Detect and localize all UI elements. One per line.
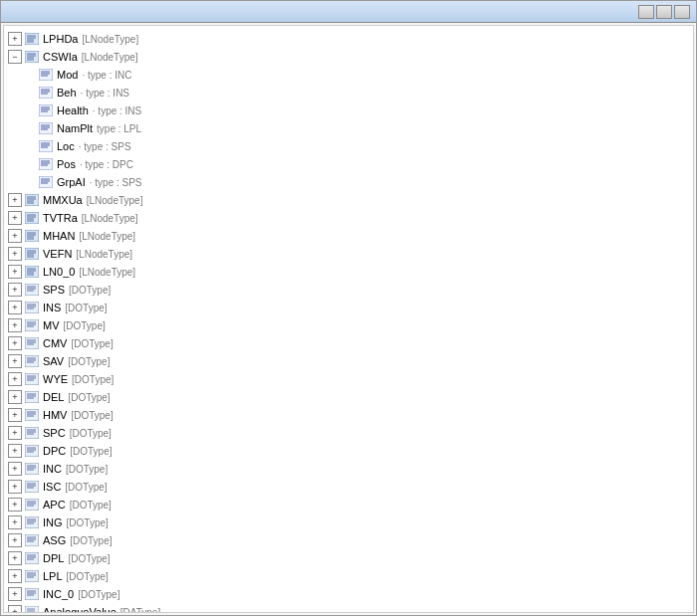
svg-rect-123 [25, 552, 39, 564]
tree-item-ins[interactable]: + INS [DOType] [4, 299, 693, 316]
expander-cmv[interactable]: + [8, 336, 22, 350]
svg-rect-119 [25, 534, 39, 546]
expander-isc[interactable]: + [8, 480, 22, 494]
expander-ing[interactable]: + [8, 515, 22, 529]
tree-item-loc[interactable]: Loc · type : SPS [4, 137, 693, 155]
restore-button[interactable] [656, 5, 672, 19]
expander-sps[interactable]: + [8, 283, 22, 297]
item-label-wye: WYE [43, 373, 68, 385]
tree-item-wye[interactable]: + WYE [DOType] [4, 370, 693, 388]
expander-sav[interactable]: + [8, 354, 22, 368]
icon-dotype-isc [24, 480, 40, 494]
tree-item-mmxua[interactable]: + MMXUa [LNodeType] [4, 191, 693, 209]
item-type-loc: · type : SPS [79, 141, 131, 152]
tree-item-asg[interactable]: + ASG [DOType] [4, 531, 693, 549]
expander-spc[interactable]: + [8, 426, 22, 440]
expander-inc[interactable]: + [8, 462, 22, 476]
tree-item-apc[interactable]: + APC [DOType] [4, 496, 693, 513]
svg-rect-0 [25, 33, 39, 45]
content-area: + LPHDa [LNodeType]− CSWIa [LNodeType] M… [3, 25, 694, 613]
expander-placeholder-health [22, 103, 36, 117]
item-label-analoguevalue: AnalogueValue [43, 606, 116, 612]
tree-item-tvtra[interactable]: + TVTRa [LNodeType] [4, 209, 693, 227]
svg-rect-91 [25, 409, 39, 421]
expander-ins[interactable]: + [8, 301, 22, 314]
tree-item-mv[interactable]: + MV [DOType] [4, 316, 693, 334]
svg-rect-83 [25, 373, 39, 385]
tree-item-sps[interactable]: + SPS [DOType] [4, 281, 693, 299]
expander-asg[interactable]: + [8, 533, 22, 547]
item-label-apc: APC [43, 499, 66, 511]
svg-rect-131 [25, 588, 39, 600]
expander-tvtra[interactable]: + [8, 211, 22, 225]
tree-item-beh[interactable]: Beh · type : INS [4, 84, 693, 102]
main-window: + LPHDa [LNodeType]− CSWIa [LNodeType] M… [0, 0, 697, 616]
item-type-analoguevalue: [DAType] [120, 607, 160, 613]
expander-mmxua[interactable]: + [8, 193, 22, 207]
tree-item-health[interactable]: Health · type : INS [4, 102, 693, 119]
item-type-vefn: [LNodeType] [76, 249, 132, 260]
expander-lpl[interactable]: + [8, 569, 22, 583]
tree-item-inc_0[interactable]: + INC_0 [DOType] [4, 585, 693, 603]
item-type-lphda: [LNodeType] [82, 34, 138, 45]
icon-do-mod [38, 68, 54, 82]
svg-rect-22 [39, 122, 53, 134]
tree-item-vefn[interactable]: + VEFN [LNodeType] [4, 245, 693, 263]
expander-del[interactable]: + [8, 390, 22, 404]
tree-item-cmv[interactable]: + CMV [DOType] [4, 334, 693, 352]
svg-rect-38 [25, 194, 39, 206]
tree-item-spc[interactable]: + SPC [DOType] [4, 424, 693, 442]
close-button[interactable] [674, 5, 690, 19]
tree-item-mod[interactable]: Mod · type : INC [4, 66, 693, 84]
icon-do-loc [38, 139, 54, 153]
tree-item-dpc[interactable]: + DPC [DOType] [4, 442, 693, 460]
icon-lnode-tvtra [24, 211, 40, 225]
tree-item-grpai[interactable]: GrpAI · type : SPS [4, 173, 693, 191]
item-label-lpl: LPL [43, 570, 63, 582]
icon-dotype-sps [24, 283, 40, 297]
tree-container[interactable]: + LPHDa [LNodeType]− CSWIa [LNodeType] M… [4, 26, 693, 612]
tree-item-dpl[interactable]: + DPL [DOType] [4, 549, 693, 567]
tree-item-ln0_0[interactable]: + LN0_0 [LNodeType] [4, 263, 693, 281]
svg-rect-10 [39, 69, 53, 81]
svg-rect-75 [25, 337, 39, 349]
item-type-del: [DOType] [68, 392, 110, 403]
item-type-lpl: [DOType] [67, 571, 109, 582]
item-label-cswia: CSWIa [43, 51, 78, 63]
item-type-ing: [DOType] [67, 517, 109, 528]
tree-item-lpl[interactable]: + LPL [DOType] [4, 567, 693, 585]
svg-rect-48 [25, 230, 39, 242]
expander-hmv[interactable]: + [8, 408, 22, 422]
svg-rect-103 [25, 463, 39, 475]
expander-ln0_0[interactable]: + [8, 265, 22, 279]
tree-item-hmv[interactable]: + HMV [DOType] [4, 406, 693, 424]
tree-item-ing[interactable]: + ING [DOType] [4, 513, 693, 531]
expander-dpc[interactable]: + [8, 444, 22, 458]
expander-vefn[interactable]: + [8, 247, 22, 261]
svg-rect-107 [25, 481, 39, 493]
expander-cswia[interactable]: − [8, 50, 22, 64]
expander-inc_0[interactable]: + [8, 587, 22, 601]
tree-item-analoguevalue[interactable]: + AnalogueValue [DAType] [4, 603, 693, 612]
expander-analoguevalue[interactable]: + [8, 605, 22, 612]
expander-dpl[interactable]: + [8, 551, 22, 565]
minimize-button[interactable] [638, 5, 654, 19]
tree-item-pos[interactable]: Pos · type : DPC [4, 155, 693, 173]
tree-item-lphda[interactable]: + LPHDa [LNodeType] [4, 30, 693, 48]
tree-item-namplt[interactable]: NamPlt type : LPL [4, 119, 693, 137]
expander-wye[interactable]: + [8, 372, 22, 386]
expander-apc[interactable]: + [8, 498, 22, 512]
tree-item-del[interactable]: + DEL [DOType] [4, 388, 693, 406]
svg-rect-34 [39, 176, 53, 188]
item-label-cmv: CMV [43, 337, 67, 349]
tree-item-cswia[interactable]: − CSWIa [LNodeType] [4, 48, 693, 66]
expander-mhan[interactable]: + [8, 229, 22, 243]
tree-item-isc[interactable]: + ISC [DOType] [4, 478, 693, 496]
tree-item-sav[interactable]: + SAV [DOType] [4, 352, 693, 370]
icon-dotype-asg [24, 533, 40, 547]
expander-mv[interactable]: + [8, 318, 22, 332]
item-type-mod: · type : INC [82, 70, 131, 81]
tree-item-mhan[interactable]: + MHAN [LNodeType] [4, 227, 693, 245]
tree-item-inc[interactable]: + INC [DOType] [4, 460, 693, 478]
expander-lphda[interactable]: + [8, 32, 22, 46]
